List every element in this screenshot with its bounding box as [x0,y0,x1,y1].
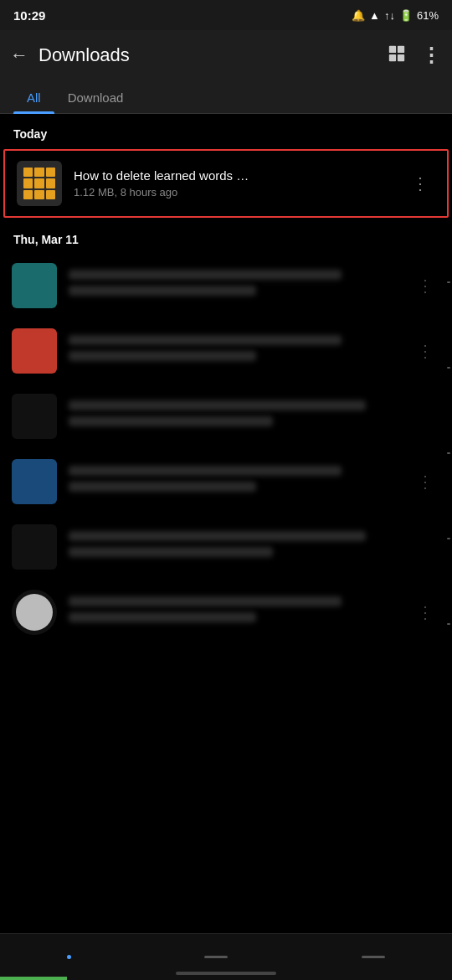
content-area: Today How to delete learned words … 1.12… [0,114,452,695]
green-indicator [0,977,67,980]
alarm-icon: 🔔 [352,9,365,22]
item-info: How to delete learned words … 1.12 MB, 8… [74,168,405,199]
battery-icon: 🔋 [399,9,413,22]
blurred-text [69,400,440,432]
item-thumbnail [12,590,57,635]
tab-all[interactable]: All [13,80,54,113]
grid-view-button[interactable] [388,44,406,67]
svg-rect-3 [398,54,404,60]
item-more-button[interactable]: ⋮ [410,269,440,302]
list-item[interactable]: ⋮ [0,318,452,384]
item-thumbnail [12,328,57,374]
wifi-icon: ▲ [369,9,380,22]
item-more-button[interactable]: ⋮ [410,465,440,498]
status-time: 10:29 [13,8,45,23]
item-meta: 1.12 MB, 8 hours ago [74,186,405,199]
item-thumbnail [12,524,57,570]
item-thumbnail [12,394,57,439]
item-thumbnail [17,161,62,206]
download-item-highlighted[interactable]: How to delete learned words … 1.12 MB, 8… [3,149,449,218]
item-name: How to delete learned words … [74,168,405,183]
blurred-text [69,596,410,628]
more-options-button[interactable]: ⋮ [421,44,442,67]
svg-rect-1 [398,45,404,52]
blurred-text [69,466,410,498]
list-item[interactable]: ⋮ [0,449,452,514]
top-bar: ← Downloads ⋮ [0,30,452,80]
back-button[interactable]: ← [10,44,28,66]
home-indicator [176,972,276,975]
item-more-button[interactable]: ⋮ [405,167,435,200]
page-title: Downloads [39,44,388,66]
svg-rect-2 [389,54,396,60]
grid-orange-icon [23,168,55,199]
section-thu-mar11: Thu, Mar 11 [0,219,452,253]
item-thumbnail [12,459,57,504]
top-bar-icons: ⋮ [388,44,442,67]
svg-rect-0 [389,45,396,52]
signal-icon: ↑↓ [384,9,395,22]
tab-download[interactable]: Download [54,80,137,113]
blurred-text [69,335,410,367]
list-item[interactable]: ⋮ [0,253,452,318]
item-more-button[interactable]: ⋮ [410,334,440,368]
nav-dot [67,955,71,959]
list-item[interactable] [0,384,452,449]
item-thumbnail [12,263,57,308]
item-more-button[interactable]: ⋮ [410,596,440,629]
nav-line [204,956,228,958]
bottom-nav [0,933,452,980]
section-today: Today [0,114,452,147]
battery-percent: 61% [417,9,439,22]
list-item[interactable]: ⋮ [0,580,452,645]
status-icons: 🔔 ▲ ↑↓ 🔋 61% [352,9,439,22]
scroll-indicators [447,281,450,625]
tabs-bar: All Download [0,80,452,114]
nav-line-2 [362,956,385,958]
status-bar: 10:29 🔔 ▲ ↑↓ 🔋 61% [0,0,452,30]
list-item[interactable] [0,514,452,580]
blurred-text [69,531,440,563]
blurred-text [69,270,410,302]
